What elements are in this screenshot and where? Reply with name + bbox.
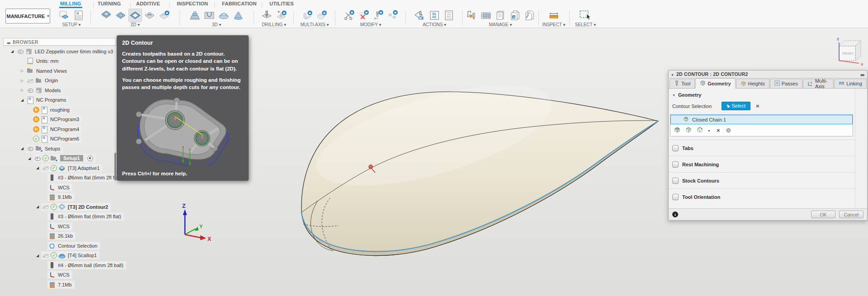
visibility-off-icon[interactable] <box>42 252 49 259</box>
chain-mode-open-icon[interactable] <box>685 127 692 134</box>
tab-utilities[interactable]: UTILITIES <box>269 1 294 6</box>
slot-icon[interactable] <box>143 9 156 22</box>
browser-row-scallop1[interactable]: [T4] Scallop1 <box>3 251 117 261</box>
section-stock-contours[interactable]: Stock Contours <box>669 172 867 188</box>
browser-row-document[interactable]: LED Zeppelin cover 6mm milling v3 <box>3 47 117 56</box>
drill-icon[interactable] <box>260 9 273 22</box>
2d-pocket-icon[interactable] <box>114 9 127 22</box>
selection-box-icon[interactable] <box>578 9 593 22</box>
stock-contours-checkbox[interactable] <box>672 178 679 184</box>
ribbon-group-multiaxis-label[interactable]: MULTI-AXIS ▾ <box>300 22 329 27</box>
browser-scrollbar[interactable] <box>114 153 116 181</box>
chain-settings-gear-icon[interactable] <box>726 127 731 134</box>
ribbon-group-manage-label[interactable]: MANAGE ▾ <box>489 22 512 27</box>
dialog-tab-heights[interactable]: Heights <box>736 79 769 88</box>
browser-row-tool[interactable]: #3 - Ø6mm flat (6mm 2fl flat) <box>3 212 117 222</box>
browser-row-filesize[interactable]: 9.1Mb <box>3 193 117 202</box>
3d-adaptive-icon[interactable] <box>189 9 201 22</box>
browser-row-contour-selection[interactable]: Contour Selection <box>3 241 117 251</box>
expand-twisty-icon[interactable] <box>34 203 41 211</box>
browser-row-wcs[interactable]: WCS <box>3 183 117 193</box>
chain-delete-icon[interactable] <box>715 127 722 134</box>
setup-sheet-icon[interactable] <box>443 9 455 22</box>
2d-contour-icon[interactable] <box>129 9 142 22</box>
swarf-icon[interactable] <box>301 9 314 22</box>
section-rest-machining[interactable]: Rest Machining <box>669 156 867 172</box>
browser-row-2d-contour2[interactable]: [T3] 2D Contour2 <box>3 202 117 212</box>
browser-row-adaptive1[interactable]: [T3] Adaptive1 <box>3 163 117 173</box>
browser-row-filesize[interactable]: 26.1kb <box>3 231 117 241</box>
visibility-eye-icon[interactable] <box>17 48 24 55</box>
browser-row-wcs[interactable]: WCS <box>3 221 117 231</box>
browser-row-tool[interactable]: #3 - Ø6mm flat (6mm 2fl flat) <box>3 173 117 183</box>
ribbon-group-inspect-label[interactable]: INSPECT ▾ <box>542 22 566 27</box>
deep-drilling-icon[interactable] <box>275 9 288 22</box>
browser-row-nc-programs[interactable]: NC Programs <box>3 95 117 105</box>
create-nc-program-icon[interactable]: G <box>72 9 85 22</box>
replace-tool-icon[interactable] <box>372 9 384 22</box>
rest-machining-checkbox[interactable] <box>672 161 679 168</box>
expand-twisty-icon[interactable] <box>9 48 16 55</box>
browser-row-units[interactable]: Units: mm <box>3 56 117 66</box>
cancel-button[interactable]: Cancel <box>839 211 863 218</box>
active-setup-radio-icon[interactable] <box>87 155 93 161</box>
browser-row-ncprogram3[interactable]: NCProgram3 <box>3 115 117 125</box>
section-tabs[interactable]: Tabs <box>669 140 867 156</box>
browser-row-named-views[interactable]: Named Views <box>3 66 117 76</box>
edit-points-icon[interactable] <box>386 9 399 22</box>
collapse-twisty-icon[interactable] <box>19 87 26 94</box>
machine-library-icon[interactable] <box>480 9 492 22</box>
tool-orientation-checkbox[interactable] <box>672 194 679 200</box>
closed-chain-item[interactable]: Closed Chain 1 <box>670 115 853 124</box>
tab-additive[interactable]: ADDITIVE <box>136 1 160 6</box>
spiral-icon[interactable] <box>232 9 245 22</box>
3d-pocket-icon[interactable] <box>203 9 216 22</box>
browser-row-ncprogram4[interactable]: NCProgram4 <box>3 124 117 134</box>
visibility-off-icon[interactable] <box>42 164 49 172</box>
tool-library-icon[interactable] <box>465 9 478 22</box>
2d-adaptive-icon[interactable] <box>100 9 113 22</box>
browser-row-wcs[interactable]: WCS <box>3 270 117 280</box>
script-library-icon[interactable] <box>523 9 536 22</box>
browser-row-origin[interactable]: Origin <box>3 76 117 86</box>
section-tool-orientation[interactable]: Tool Orientation <box>669 188 867 205</box>
expand-twisty-icon[interactable] <box>19 145 26 152</box>
scallop-icon[interactable] <box>217 9 230 22</box>
ribbon-group-setup-label[interactable]: SETUP ▾ <box>62 22 81 27</box>
ribbon-group-modify-label[interactable]: MODIFY ▾ <box>360 22 382 27</box>
browser-row-setups[interactable]: Setups <box>3 144 117 154</box>
new-setup-icon[interactable] <box>58 9 71 22</box>
tab-fabrication[interactable]: FABRICATION <box>222 1 257 6</box>
clear-selection-icon[interactable] <box>754 103 761 109</box>
expand-twisty-icon[interactable] <box>26 155 33 162</box>
ribbon-group-actions-label[interactable]: ACTIONS ▾ <box>423 22 446 27</box>
post-library-icon[interactable]: G <box>509 9 521 22</box>
visibility-eye-icon[interactable] <box>27 87 34 94</box>
measure-icon[interactable] <box>547 9 560 22</box>
ribbon-group-2d-label[interactable]: 2D ▾ <box>131 22 140 27</box>
browser-row-tool[interactable]: #4 - Ø6mm ball (6mm 2fl ball) <box>3 260 117 270</box>
dialog-expand-icon[interactable] <box>861 71 864 77</box>
trim-scissors-icon[interactable] <box>343 9 355 22</box>
chain-mode-partial-icon[interactable] <box>696 127 703 134</box>
visibility-eye-icon[interactable] <box>27 145 34 152</box>
tab-inspection[interactable]: INSPECTION <box>177 1 208 6</box>
collapse-twisty-icon[interactable] <box>19 67 26 75</box>
dialog-header[interactable]: 2D CONTOUR : 2D CONTOUR2 <box>669 70 867 78</box>
info-icon[interactable] <box>672 211 678 217</box>
browser-row-ncprogram6[interactable]: NCProgram6 <box>3 134 117 144</box>
ok-button[interactable]: OK <box>811 211 835 218</box>
browser-row-filesize[interactable]: 7.1Mb <box>3 280 117 290</box>
model-zeppelin-cover[interactable] <box>302 65 658 256</box>
ribbon-group-drilling-label[interactable]: DRILLING ▾ <box>262 22 286 27</box>
visibility-eye-icon[interactable] <box>34 155 41 162</box>
chain-options-caret-icon[interactable] <box>708 127 711 133</box>
browser-row-setup1[interactable]: Setup1 <box>3 154 117 164</box>
visibility-off-icon[interactable] <box>42 203 49 211</box>
chain-mode-closed-icon[interactable] <box>674 127 681 134</box>
simulate-icon[interactable] <box>414 9 426 22</box>
tab-milling[interactable]: MILLING <box>60 1 81 6</box>
dialog-tab-passes[interactable]: Passes <box>770 79 802 88</box>
expand-twisty-icon[interactable] <box>34 252 41 259</box>
dialog-tab-linking[interactable]: Linking <box>834 79 867 88</box>
